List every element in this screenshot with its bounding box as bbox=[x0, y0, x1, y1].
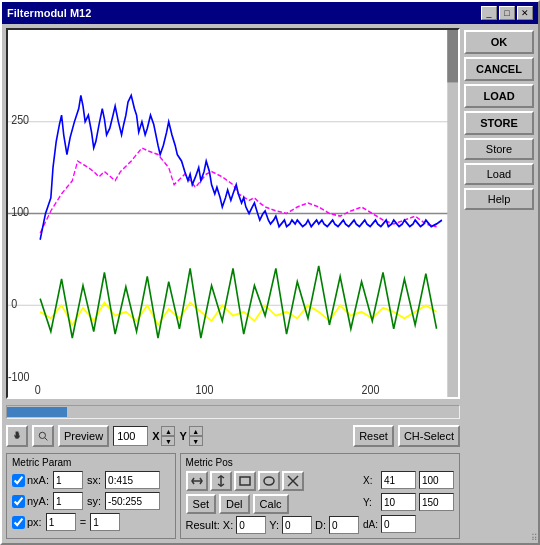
result-row: Result: X: Y: D: bbox=[186, 516, 359, 534]
title-bar: Filtermodul M12 _ □ ✕ bbox=[2, 2, 538, 24]
y-pos-input1[interactable] bbox=[381, 493, 416, 511]
x-spin-arrows[interactable]: ▲ ▼ bbox=[161, 426, 175, 446]
store-small-button[interactable]: Store bbox=[464, 138, 534, 160]
nxa-sx-label: sx: bbox=[87, 474, 101, 486]
window-title: Filtermodul M12 bbox=[7, 7, 91, 19]
horizontal-scrollbar[interactable] bbox=[6, 405, 460, 419]
y-spin-up[interactable]: ▲ bbox=[189, 426, 203, 436]
chart-svg: 250 100 0 -100 0 100 200 bbox=[8, 30, 458, 397]
main-content: 250 100 0 -100 0 100 200 bbox=[2, 24, 538, 543]
svg-rect-12 bbox=[447, 30, 458, 82]
nxa-checkbox[interactable] bbox=[12, 474, 25, 487]
scrollbar-thumb[interactable] bbox=[7, 407, 67, 417]
pos-xy-values: X: Y: dA: bbox=[363, 471, 454, 535]
eq-label: = bbox=[80, 516, 86, 528]
y-pos-row: Y: bbox=[363, 493, 454, 511]
x-label: X bbox=[152, 430, 159, 442]
zoom-tool-button[interactable] bbox=[32, 425, 54, 447]
svg-point-18 bbox=[264, 477, 274, 485]
action-buttons: Set Del Calc bbox=[186, 494, 359, 514]
preview-button[interactable]: Preview bbox=[58, 425, 109, 447]
load-button[interactable]: LOAD bbox=[464, 84, 534, 108]
del-button[interactable]: Del bbox=[219, 494, 250, 514]
svg-rect-11 bbox=[447, 30, 458, 397]
nya-checkbox-label: nyA: bbox=[12, 495, 49, 508]
load-small-button[interactable]: Load bbox=[464, 163, 534, 185]
y-spin-down[interactable]: ▼ bbox=[189, 436, 203, 446]
svg-text:-100: -100 bbox=[8, 369, 30, 384]
px-value-input[interactable] bbox=[46, 513, 76, 531]
px-checkbox[interactable] bbox=[12, 516, 25, 529]
nxa-label: nxA: bbox=[27, 474, 49, 486]
result-y-input[interactable] bbox=[282, 516, 312, 534]
svg-text:0: 0 bbox=[35, 382, 41, 397]
y-label: Y bbox=[179, 430, 186, 442]
svg-rect-17 bbox=[240, 477, 250, 485]
result-label: Result: bbox=[186, 519, 220, 531]
y-pos-input2[interactable] bbox=[419, 493, 454, 511]
result-y-label: Y: bbox=[269, 519, 279, 531]
svg-point-13 bbox=[39, 432, 45, 438]
preview-value-input[interactable] bbox=[113, 426, 148, 446]
resize-corner[interactable]: ⠿ bbox=[531, 533, 538, 543]
x-spin-down[interactable]: ▼ bbox=[161, 436, 175, 446]
svg-text:100: 100 bbox=[11, 204, 29, 219]
result-d-input[interactable] bbox=[329, 516, 359, 534]
eq-value-input[interactable] bbox=[90, 513, 120, 531]
hand-tool-button[interactable] bbox=[6, 425, 28, 447]
window-controls: _ □ ✕ bbox=[481, 6, 533, 20]
x-spin-up[interactable]: ▲ bbox=[161, 426, 175, 436]
circle-icon-btn[interactable] bbox=[258, 471, 280, 491]
close-button[interactable]: ✕ bbox=[517, 6, 533, 20]
metric-pos-left: Set Del Calc Result: X: Y: bbox=[186, 471, 359, 534]
move-v-icon-btn[interactable] bbox=[210, 471, 232, 491]
result-x-input[interactable] bbox=[236, 516, 266, 534]
minimize-button[interactable]: _ bbox=[481, 6, 497, 20]
set-button[interactable]: Set bbox=[186, 494, 217, 514]
x-pos-input2[interactable] bbox=[419, 471, 454, 489]
px-label: px: bbox=[27, 516, 42, 528]
nya-sy-label: sy: bbox=[87, 495, 101, 507]
metric-pos-panel: Metric Pos bbox=[180, 453, 460, 539]
rect-icon-btn[interactable] bbox=[234, 471, 256, 491]
reset-button[interactable]: Reset bbox=[353, 425, 394, 447]
ch-select-button[interactable]: CH-Select bbox=[398, 425, 460, 447]
metric-pos-content: Set Del Calc Result: X: Y: bbox=[186, 471, 454, 535]
nya-label: nyA: bbox=[27, 495, 49, 507]
y-spin-arrows[interactable]: ▲ ▼ bbox=[189, 426, 203, 446]
da-pos-input[interactable] bbox=[381, 515, 416, 533]
maximize-button[interactable]: □ bbox=[499, 6, 515, 20]
nya-row: nyA: sy: bbox=[12, 492, 170, 510]
metric-panels: Metric Param nxA: sx: bbox=[6, 453, 460, 539]
nya-checkbox[interactable] bbox=[12, 495, 25, 508]
help-button[interactable]: Help bbox=[464, 188, 534, 210]
svg-text:250: 250 bbox=[11, 112, 29, 127]
nxa-row: nxA: sx: bbox=[12, 471, 170, 489]
ok-button[interactable]: OK bbox=[464, 30, 534, 54]
move-h-icon-btn[interactable] bbox=[186, 471, 208, 491]
cancel-button[interactable]: CANCEL bbox=[464, 57, 534, 81]
svg-text:0: 0 bbox=[11, 296, 17, 311]
nya-sy-input[interactable] bbox=[105, 492, 160, 510]
nxa-checkbox-label: nxA: bbox=[12, 474, 49, 487]
svg-text:200: 200 bbox=[362, 382, 380, 397]
result-d-label: D: bbox=[315, 519, 326, 531]
metric-param-label: Metric Param bbox=[12, 457, 170, 468]
y-pos-label: Y: bbox=[363, 497, 378, 508]
px-row: px: = bbox=[12, 513, 170, 531]
x-spinbox-group: X ▲ ▼ bbox=[152, 426, 175, 446]
nya-value-input[interactable] bbox=[53, 492, 83, 510]
cross-icon-btn[interactable] bbox=[282, 471, 304, 491]
nxa-value-input[interactable] bbox=[53, 471, 83, 489]
x-pos-input1[interactable] bbox=[381, 471, 416, 489]
svg-line-14 bbox=[45, 438, 48, 441]
px-checkbox-label: px: bbox=[12, 516, 42, 529]
toolbar: Preview X ▲ ▼ Y ▲ ▼ bbox=[6, 423, 460, 449]
left-panel: 250 100 0 -100 0 100 200 bbox=[6, 28, 460, 539]
x-pos-row: X: bbox=[363, 471, 454, 489]
right-panel: OK CANCEL LOAD STORE Store Load Help bbox=[464, 28, 534, 539]
store-button[interactable]: STORE bbox=[464, 111, 534, 135]
metric-pos-icons bbox=[186, 471, 359, 491]
calc-button[interactable]: Calc bbox=[253, 494, 289, 514]
nxa-sx-input[interactable] bbox=[105, 471, 160, 489]
